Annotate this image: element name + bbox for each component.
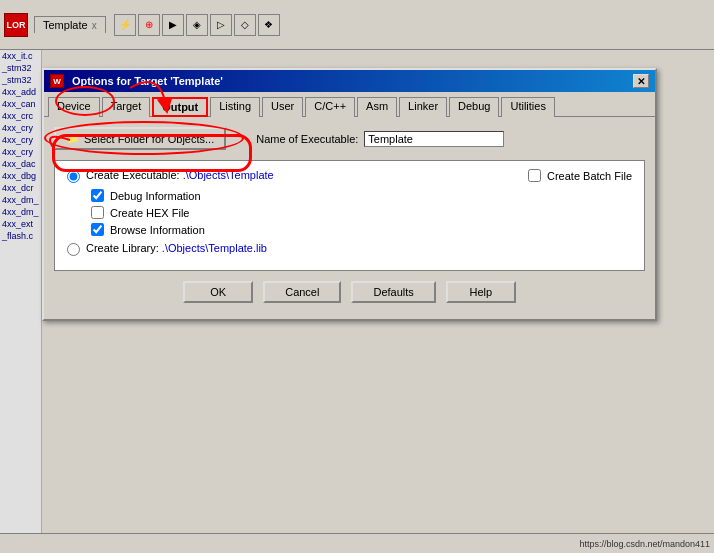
create-lib-label: Create Library: .\Objects\Template.lib xyxy=(86,242,267,254)
sub-options: Debug Information Create HEX File Browse… xyxy=(91,189,632,236)
ide-tab-label: Template xyxy=(43,19,88,31)
browse-info-label: Browse Information xyxy=(110,224,205,236)
tab-linker[interactable]: Linker xyxy=(399,97,447,117)
file-item-15[interactable]: _flash.c xyxy=(0,230,41,242)
create-lib-radio[interactable] xyxy=(67,243,80,256)
debug-info-label: Debug Information xyxy=(110,190,201,202)
create-exe-path: .\Objects\Template xyxy=(183,169,274,181)
tab-output[interactable]: Output xyxy=(152,97,208,117)
select-folder-label: Select Folder for Objects... xyxy=(84,133,214,145)
toolbar-btn-3[interactable]: ▶ xyxy=(162,14,184,36)
ide-logo: LOR xyxy=(4,13,28,37)
tab-user[interactable]: User xyxy=(262,97,303,117)
toolbar-btn-1[interactable]: ⚡ xyxy=(114,14,136,36)
toolbar-btn-5[interactable]: ▷ xyxy=(210,14,232,36)
file-item-4[interactable]: 4xx_can xyxy=(0,98,41,110)
options-panel: Create Batch File Create Executable: .\O… xyxy=(54,160,645,271)
name-exe-input[interactable] xyxy=(364,131,504,147)
create-batch-checkbox[interactable] xyxy=(528,169,541,182)
toolbar-btn-2[interactable]: ⊕ xyxy=(138,14,160,36)
select-folder-button[interactable]: 📁 Select Folder for Objects... xyxy=(54,127,226,150)
toolbar-icons: ⚡ ⊕ ▶ ◈ ▷ ◇ ❖ xyxy=(114,14,280,36)
name-exe-label: Name of Executable: xyxy=(256,133,358,145)
toolbar-btn-4[interactable]: ◈ xyxy=(186,14,208,36)
browse-info-checkbox[interactable] xyxy=(91,223,104,236)
dialog-icon: W xyxy=(50,74,64,88)
dialog-close-button[interactable]: ✕ xyxy=(633,74,649,88)
browse-info-row: Browse Information xyxy=(91,223,632,236)
tab-utilities[interactable]: Utilities xyxy=(501,97,554,117)
file-item-0[interactable]: 4xx_it.c xyxy=(0,50,41,62)
status-bar: https://blog.csdn.net/mandon411 xyxy=(0,533,714,553)
create-batch-label: Create Batch File xyxy=(547,170,632,182)
create-exe-label: Create Executable: .\Objects\Template xyxy=(86,169,274,181)
file-item-2[interactable]: _stm32 xyxy=(0,74,41,86)
debug-info-checkbox[interactable] xyxy=(91,189,104,202)
create-lib-path: .\Objects\Template.lib xyxy=(162,242,267,254)
file-item-9[interactable]: 4xx_dac xyxy=(0,158,41,170)
create-lib-row: Create Library: .\Objects\Template.lib xyxy=(67,242,632,256)
debug-info-row: Debug Information xyxy=(91,189,632,202)
dialog-title: Options for Target 'Template' xyxy=(72,75,223,87)
options-dialog: W Options for Target 'Template' ✕ Device… xyxy=(42,68,657,321)
file-item-12[interactable]: 4xx_dm_ xyxy=(0,194,41,206)
file-item-10[interactable]: 4xx_dbg xyxy=(0,170,41,182)
cancel-button[interactable]: Cancel xyxy=(263,281,341,303)
defaults-button[interactable]: Defaults xyxy=(351,281,435,303)
toolbar-btn-7[interactable]: ❖ xyxy=(258,14,280,36)
file-item-6[interactable]: 4xx_cry xyxy=(0,122,41,134)
file-item-7[interactable]: 4xx_cry xyxy=(0,134,41,146)
toolbar-btn-6[interactable]: ◇ xyxy=(234,14,256,36)
tab-debug[interactable]: Debug xyxy=(449,97,499,117)
file-item-1[interactable]: _stm32 xyxy=(0,62,41,74)
create-hex-checkbox[interactable] xyxy=(91,206,104,219)
file-item-14[interactable]: 4xx_ext xyxy=(0,218,41,230)
tab-device[interactable]: Device xyxy=(48,97,100,117)
file-item-3[interactable]: 4xx_add xyxy=(0,86,41,98)
buttons-row: OK Cancel Defaults Help xyxy=(54,271,645,309)
ide-toolbar: LOR Template x ⚡ ⊕ ▶ ◈ ▷ ◇ ❖ xyxy=(0,0,714,50)
tab-listing[interactable]: Listing xyxy=(210,97,260,117)
create-batch-row: Create Batch File xyxy=(528,169,632,182)
ok-button[interactable]: OK xyxy=(183,281,253,303)
tab-cpp[interactable]: C/C++ xyxy=(305,97,355,117)
ide-tab[interactable]: Template x xyxy=(34,16,106,33)
dialog-titlebar: W Options for Target 'Template' ✕ xyxy=(44,70,655,92)
folder-icon: 📁 xyxy=(66,132,80,145)
file-item-8[interactable]: 4xx_cry xyxy=(0,146,41,158)
folder-row: 📁 Select Folder for Objects... Name of E… xyxy=(54,127,645,150)
tab-asm[interactable]: Asm xyxy=(357,97,397,117)
ide-tab-close[interactable]: x xyxy=(92,20,97,31)
file-item-5[interactable]: 4xx_crc xyxy=(0,110,41,122)
tab-target[interactable]: Target xyxy=(102,97,151,117)
file-item-11[interactable]: 4xx_dcr xyxy=(0,182,41,194)
help-button[interactable]: Help xyxy=(446,281,516,303)
status-text: https://blog.csdn.net/mandon411 xyxy=(579,539,710,549)
create-exe-radio[interactable] xyxy=(67,170,80,183)
create-hex-label: Create HEX File xyxy=(110,207,189,219)
file-list-panel: 4xx_it.c _stm32 _stm32 4xx_add 4xx_can 4… xyxy=(0,50,42,533)
file-item-13[interactable]: 4xx_dm_ xyxy=(0,206,41,218)
create-hex-row: Create HEX File xyxy=(91,206,632,219)
tabs-bar: Device Target Output Listing User C/C++ … xyxy=(44,92,655,117)
dialog-content: 📁 Select Folder for Objects... Name of E… xyxy=(44,117,655,319)
